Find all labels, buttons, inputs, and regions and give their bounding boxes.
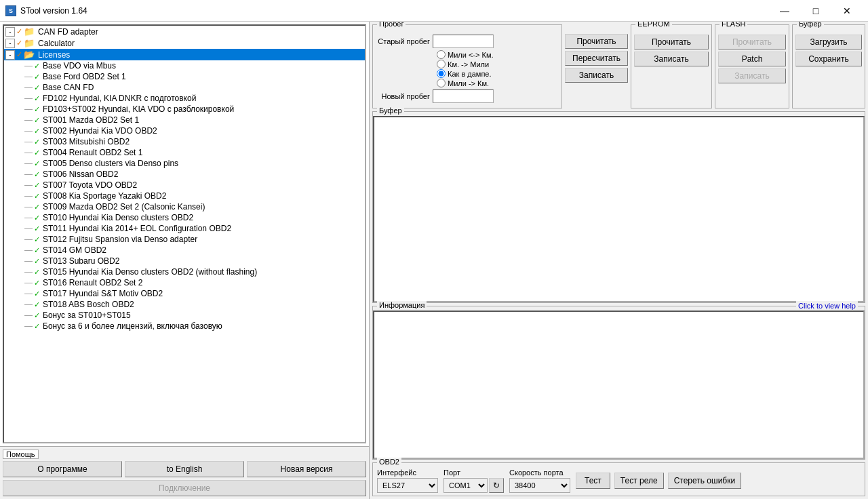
- tree-check: ✓: [34, 127, 40, 136]
- eeprom-write-button[interactable]: Записать: [634, 52, 709, 66]
- tree-item-st010[interactable]: —✓ST010 Hyundai Kia Denso clusters OBD2: [4, 212, 365, 223]
- tree-item-st018[interactable]: —✓ST018 ABS Bosch OBD2: [4, 299, 365, 310]
- tree-check: ✓: [34, 214, 40, 222]
- tree-check: ✓: [34, 192, 40, 201]
- obd2-clear-errors-button[interactable]: Стереть ошибки: [668, 473, 742, 489]
- tree-item-st003[interactable]: —✓ST003 Mitsubishi OBD2: [4, 136, 365, 147]
- tree-item-label: CAN FD adapter: [38, 27, 98, 37]
- tree-item-st017[interactable]: —✓ST017 Hyundai S&T Motiv OBD2: [4, 288, 365, 299]
- flash-group: FLASH Прочитать Patch Записать: [715, 24, 789, 108]
- radio-as-dump[interactable]: Как в дампе.: [437, 69, 494, 78]
- tree-item-licenses[interactable]: -✓📂Licenses: [4, 49, 365, 60]
- tree-item-label: FD103+ST002 Hyundai, KIA VDO с разблокир…: [43, 104, 234, 114]
- flash-read-button[interactable]: Прочитать: [718, 35, 786, 49]
- tree-item-st014[interactable]: —✓ST014 GM OBD2: [4, 245, 365, 256]
- tree-item-st006[interactable]: —✓ST006 Nissan OBD2: [4, 169, 365, 180]
- about-button[interactable]: О программе: [3, 461, 122, 477]
- obd2-test-relay-button[interactable]: Тест реле: [614, 473, 664, 489]
- tree-expander[interactable]: -: [5, 39, 15, 48]
- obd2-refresh-button[interactable]: ↻: [489, 478, 504, 493]
- tree-item-label: ST010 Hyundai Kia Denso clusters OBD2: [43, 213, 193, 222]
- old-probeg-row: Старый пробег: [376, 35, 559, 48]
- new-probeg-row: Новый пробег: [376, 89, 559, 103]
- old-probeg-label: Старый пробег: [376, 37, 430, 45]
- obd2-test-button[interactable]: Тест: [576, 473, 610, 489]
- tree-check: ✓: [34, 257, 40, 266]
- info-textarea[interactable]: [373, 311, 865, 459]
- buffer-load-button[interactable]: Загрузить: [795, 35, 862, 49]
- obd2-interface-select[interactable]: ELS27 ELM327 STN1170: [377, 478, 438, 493]
- tree-item-st016[interactable]: —✓ST016 Renault OBD2 Set 2: [4, 277, 365, 288]
- radio-miles-km[interactable]: Мили <-> Км.: [437, 50, 494, 59]
- tree-item-label: FD102 Hyundai, KIA DNKR с подготовкой: [43, 94, 196, 103]
- tree-check: ✓: [16, 27, 22, 36]
- obd2-interface-label: Интерфейс: [377, 468, 438, 477]
- tree-item-st013[interactable]: —✓ST013 Subaru OBD2: [4, 256, 365, 266]
- tree-item-st008[interactable]: —✓ST008 Kia Sportage Yazaki OBD2: [4, 191, 365, 201]
- eeprom-read-button[interactable]: Прочитать: [634, 35, 709, 49]
- tree-item-base-vdo[interactable]: —✓Base VDO via Mbus: [4, 60, 365, 71]
- buffer-save-button[interactable]: Сохранить: [795, 52, 862, 66]
- tree-expander[interactable]: -: [5, 50, 15, 60]
- obd2-interface-col: Интерфейс ELS27 ELM327 STN1170: [377, 468, 438, 493]
- tree-item-fd102[interactable]: —✓FD102 Hyundai, KIA DNKR с подготовкой: [4, 93, 365, 104]
- title-bar: S STool version 1.64 — □ ✕: [0, 0, 868, 22]
- tree-item-base-can-fd[interactable]: —✓Base CAN FD: [4, 82, 365, 93]
- tree-item-st011[interactable]: —✓ST011 Hyundai Kia 2014+ EOL Configurat…: [4, 223, 365, 234]
- obd2-speed-label: Скорость порта: [509, 468, 570, 477]
- tree-item-st005[interactable]: —✓ST005 Denso clusters via Denso pins: [4, 158, 365, 169]
- obd2-title: OBD2: [377, 458, 401, 466]
- folder-icon: 📁: [24, 26, 35, 37]
- tree-item-st002[interactable]: —✓ST002 Hyundai Kia VDO OBD2: [4, 125, 365, 136]
- tree-item-st012[interactable]: —✓ST012 Fujitsu Spansion via Denso adapt…: [4, 234, 365, 245]
- eeprom-group: EEPROM Прочитать Записать: [631, 24, 712, 108]
- tree-expander[interactable]: -: [5, 27, 15, 37]
- obd2-speed-select[interactable]: 9600 19200 38400 57600 115200: [509, 478, 570, 493]
- tree-item-label: ST008 Kia Sportage Yazaki OBD2: [43, 191, 166, 201]
- tree-item-label: ST001 Mazda OBD2 Set 1: [43, 115, 139, 125]
- tree-item-label: ST003 Mitsubishi OBD2: [43, 137, 130, 146]
- buffer-textarea[interactable]: [373, 116, 865, 302]
- tree-item-st015[interactable]: —✓ST015 Hyundai Kia Denso clusters OBD2 …: [4, 266, 365, 277]
- tree-item-bonus-6[interactable]: —✓Бонус за 6 и более лицензий, включая б…: [4, 321, 365, 332]
- tree-item-st004[interactable]: —✓ST004 Renault OBD2 Set 1: [4, 147, 365, 158]
- tree-container[interactable]: -✓📁CAN FD adapter-✓📁Calculator-✓📂License…: [3, 24, 366, 443]
- folder-icon: 📂: [24, 49, 35, 60]
- help-bar: Помощь О программе to English Новая верс…: [0, 446, 369, 499]
- obd2-port-select[interactable]: COM1 COM2 COM3: [443, 478, 488, 493]
- tree-item-st007[interactable]: —✓ST007 Toyota VDO OBD2: [4, 180, 365, 191]
- probeg-write-button[interactable]: Записать: [565, 68, 628, 83]
- folder-icon: 📁: [24, 38, 35, 48]
- tree-item-calculator[interactable]: -✓📁Calculator: [4, 37, 365, 49]
- tree-item-fd103-st002[interactable]: —✓FD103+ST002 Hyundai, KIA VDO с разблок…: [4, 104, 365, 115]
- tree-check: ✓: [34, 170, 40, 179]
- app-icon: S: [5, 5, 16, 16]
- minimize-button[interactable]: —: [769, 0, 800, 22]
- maximize-button[interactable]: □: [800, 0, 831, 22]
- close-button[interactable]: ✕: [831, 0, 863, 22]
- probeg-recalc-button[interactable]: Пересчитать: [565, 51, 628, 66]
- probeg-read-button[interactable]: Прочитать: [565, 34, 628, 49]
- tree-item-label: ST007 Toyota VDO OBD2: [43, 180, 137, 190]
- flash-write-button[interactable]: Записать: [718, 68, 786, 83]
- radio-km-miles[interactable]: Км. -> Мили: [437, 60, 494, 68]
- tree-item-bonus-st010[interactable]: —✓Бонус за ST010+ST015: [4, 310, 365, 321]
- radio-miles-to-km[interactable]: Мили -> Км.: [437, 79, 494, 87]
- tree-item-label: Base VDO via Mbus: [43, 61, 116, 71]
- tree-item-st009[interactable]: —✓ST009 Mazda OBD2 Set 2 (Calsonic Kanse…: [4, 201, 365, 212]
- buffer-main-title: Буфер: [377, 106, 404, 115]
- new-version-button[interactable]: Новая версия: [247, 461, 366, 477]
- flash-patch-button[interactable]: Patch: [718, 52, 786, 66]
- radio-group: Мили <-> Км. Км. -> Мили Как в дампе. Ми…: [376, 50, 559, 87]
- tree-item-base-ford[interactable]: —✓Base Ford OBD2 Set 1: [4, 71, 365, 82]
- info-help-link[interactable]: Click to view help: [798, 302, 856, 310]
- new-probeg-input[interactable]: [433, 89, 494, 103]
- buffer-section: Буфер: [372, 111, 865, 303]
- tree-item-st001[interactable]: —✓ST001 Mazda OBD2 Set 1: [4, 115, 365, 125]
- english-button[interactable]: to English: [125, 461, 244, 477]
- old-probeg-input[interactable]: [433, 35, 494, 48]
- connect-button[interactable]: Подключение: [3, 480, 366, 496]
- tree-item-label: ST013 Subaru OBD2: [43, 256, 119, 266]
- tree-check: ✓: [34, 94, 40, 103]
- tree-item-can-fd[interactable]: -✓📁CAN FD adapter: [4, 26, 365, 37]
